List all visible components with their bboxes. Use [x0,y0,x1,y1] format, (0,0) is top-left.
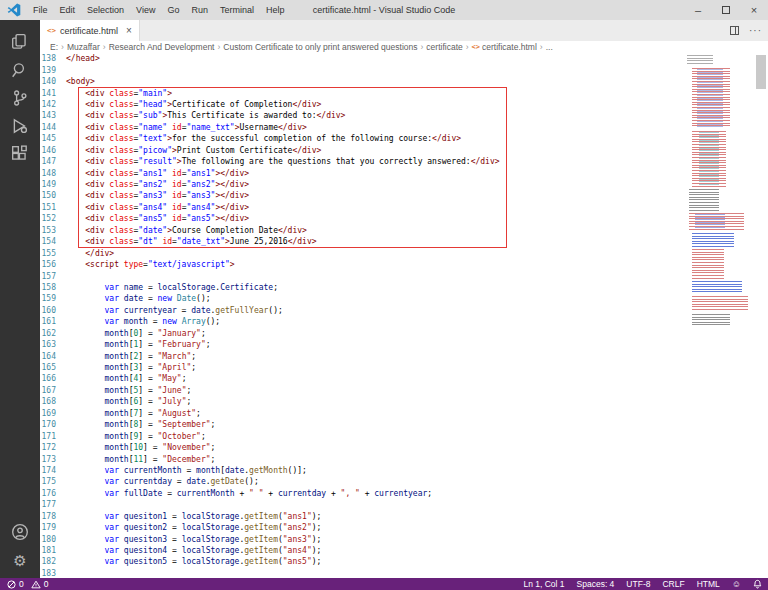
code-line[interactable]: 162 month[0] = "January"; [40,328,768,339]
code-line[interactable]: 180 var quesiton3 = localStorage.getItem… [40,533,768,544]
code-line[interactable]: 141 <div class="main"> [40,87,768,98]
code-line[interactable]: 138</head> [40,53,768,64]
code-line[interactable]: 168 month[6] = "July"; [40,396,768,407]
line-number: 171 [40,432,66,441]
code-line[interactable]: 139 [40,64,768,75]
code-line[interactable]: 166 month[4] = "May"; [40,373,768,384]
code-line[interactable]: 160 var currentyear = date.getFullYear()… [40,305,768,316]
code-line[interactable]: 178 var quesiton1 = localStorage.getItem… [40,511,768,522]
errors-icon[interactable] [7,580,16,589]
scrollbar[interactable] [756,55,766,89]
code-line[interactable]: 142 <div class="head">Certificate of Com… [40,99,768,110]
code-line[interactable]: 152 <div class="ans5" id="ans5"></div> [40,213,768,224]
code-line[interactable]: 146 <div class="picow">Print Custom Cert… [40,145,768,156]
encoding[interactable]: UTF-8 [626,579,650,589]
feedback-smiley-icon[interactable]: ☺ [732,580,741,589]
menu-view[interactable]: View [130,0,161,20]
code-line[interactable]: 165 month[3] = "April"; [40,362,768,373]
indentation[interactable]: Spaces: 4 [577,579,615,589]
code-line[interactable]: 159 var date = new Date(); [40,293,768,304]
cursor-position[interactable]: Ln 1, Col 1 [523,579,564,589]
code-line[interactable]: 181 var quesiton4 = localStorage.getItem… [40,545,768,556]
settings-gear-icon[interactable]: ⚙ [0,546,40,574]
tab-certificate-html[interactable]: <> certificate.html × [40,20,140,41]
menu-edit[interactable]: Edit [54,0,82,20]
code-line[interactable]: 183 [40,568,768,578]
split-editor-icon[interactable] [730,26,739,35]
breadcrumb-file[interactable]: certificate.html [482,42,537,52]
eol-sequence[interactable]: CRLF [662,579,684,589]
code-line[interactable]: 175 var currentday = date.getDate(); [40,476,768,487]
breadcrumb: E: › Muzaffar › Research And Development… [40,41,768,53]
menu-file[interactable]: File [27,0,54,20]
code-line[interactable]: 153 <div class="date">Course Completion … [40,225,768,236]
code-line[interactable]: 176 var fullDate = currentMonth + " " + … [40,488,768,499]
menu-help[interactable]: Help [260,0,291,20]
code-line[interactable]: 167 month[5] = "June"; [40,385,768,396]
line-number: 162 [40,329,66,338]
code-line[interactable]: 171 month[9] = "October"; [40,430,768,441]
code-line[interactable]: 169 month[7] = "August"; [40,408,768,419]
menu-go[interactable]: Go [161,0,185,20]
minimize-button[interactable]: – [684,0,712,20]
code-line[interactable]: 151 <div class="ans4" id="ans4"></div> [40,202,768,213]
breadcrumb-folder[interactable]: Research And Development [109,42,215,52]
line-number: 161 [40,317,66,326]
menu-selection[interactable]: Selection [81,0,130,20]
run-debug-icon[interactable] [0,112,40,140]
code-line[interactable]: 173 month[11] = "December"; [40,453,768,464]
code-line[interactable]: 179 var quesiton2 = localStorage.getItem… [40,522,768,533]
account-icon[interactable] [0,518,40,546]
language-mode[interactable]: HTML [697,579,720,589]
line-number: 170 [40,420,66,429]
code-line[interactable]: 157 [40,270,768,281]
code-line[interactable]: 170 month[8] = "September"; [40,419,768,430]
source-control-icon[interactable] [0,84,40,112]
menu-terminal[interactable]: Terminal [214,0,260,20]
code-line[interactable]: 161 var month = new Array(); [40,316,768,327]
menu-run[interactable]: Run [185,0,214,20]
code-line[interactable]: 143 <div class="sub">This Certificate is… [40,110,768,121]
code-line[interactable]: 150 <div class="ans3" id="ans3"></div> [40,190,768,201]
code-line[interactable]: 182 var quesiton5 = localStorage.getItem… [40,556,768,567]
extensions-icon[interactable] [0,140,40,168]
breadcrumb-drive[interactable]: E: [50,42,58,52]
warnings-icon[interactable] [31,580,41,589]
line-number: 172 [40,443,66,452]
tab-close-icon[interactable]: × [126,25,132,36]
breadcrumb-symbol[interactable]: ... [546,42,553,52]
code-line[interactable]: 149 <div class="ans2" id="ans2"></div> [40,179,768,190]
vscode-logo-icon [7,3,21,17]
code-line[interactable]: 177 [40,499,768,510]
line-number: 177 [40,500,66,509]
code-line[interactable]: 154 <div class="dt" id="date_txt">June 2… [40,236,768,247]
more-actions-icon[interactable]: ··· [749,25,762,36]
errors-count[interactable]: 0 [19,579,24,589]
minimap[interactable] [683,55,753,345]
code-line[interactable]: 163 month[1] = "February"; [40,339,768,350]
code-editor[interactable]: 138</head>139140<body>141 <div class="ma… [40,53,768,578]
code-line[interactable]: 147 <div class="result">The following ar… [40,156,768,167]
search-icon[interactable] [0,56,40,84]
code-line[interactable]: 148 <div class="ans1" id="ans1"></div> [40,167,768,178]
html-file-icon: <> [47,26,56,35]
warnings-count[interactable]: 0 [44,579,49,589]
code-line[interactable]: 155 </div> [40,247,768,258]
code-line[interactable]: 156 <script type="text/javascript"> [40,259,768,270]
breadcrumb-folder[interactable]: certificate [426,42,462,52]
line-number: 175 [40,477,66,486]
breadcrumb-folder[interactable]: Muzaffar [67,42,100,52]
line-number: 165 [40,363,66,372]
code-line[interactable]: 174 var currentMonth = month[date.getMon… [40,465,768,476]
code-line[interactable]: 140<body> [40,76,768,87]
close-button[interactable]: × [740,0,768,20]
code-line[interactable]: 145 <div class="text">for the successful… [40,133,768,144]
explorer-icon[interactable] [0,28,40,56]
code-line[interactable]: 164 month[2] = "March"; [40,350,768,361]
code-line[interactable]: 144 <div class="name" id="name_txt">User… [40,122,768,133]
code-line[interactable]: 172 month[10] = "November"; [40,442,768,453]
notifications-bell-icon[interactable] [753,579,762,589]
code-line[interactable]: 158 var name = localStorage.Certificate; [40,282,768,293]
breadcrumb-folder[interactable]: Custom Certificate to only print answere… [223,42,417,52]
restore-button[interactable] [712,0,740,20]
